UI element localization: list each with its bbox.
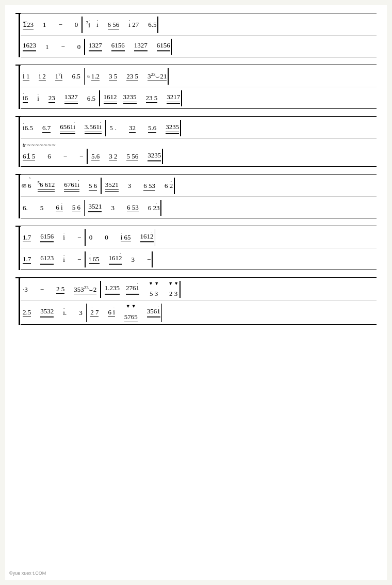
note-3235c: 3235 [148, 151, 161, 162]
note-6123: 6123 [40, 254, 54, 265]
right-barline-2 [171, 39, 172, 55]
note-0a: 0 [75, 21, 78, 29]
note-0b: 0 [77, 43, 81, 51]
watermark: ©yue xuex t.COM [9, 571, 46, 576]
note-1623: 1623 [23, 41, 36, 52]
staff-row-6-2: 2.5 3532 ·i. 3 ·2 7 6 ·i ▼ ▼ 5765 [21, 300, 377, 324]
note-0d: 0 [105, 233, 108, 242]
note-rest7: − [147, 256, 151, 264]
note-3dot561: 3.561·i [85, 123, 102, 134]
note-123: 1̅23 [23, 21, 34, 29]
section-6-body: ·3 − 2 5 35323⌣2 1.235 276·1 ▼ ▼5 3 ▼ ▼2… [21, 277, 377, 325]
note-ia1: ·i [63, 233, 65, 242]
note-rest1: − [59, 21, 62, 29]
note-6dot5a: 6.5 [148, 21, 156, 29]
note-1dot7: 7·i [86, 20, 90, 29]
note-5dot6a: 5.6 [148, 124, 156, 133]
right-barline-8 [160, 200, 161, 216]
barline-10 [85, 251, 86, 267]
barline-1 [81, 17, 83, 33]
section-1-body: 1̅23 1 − 0 7·i ·i 6 56 ·i 27 [21, 13, 377, 57]
note-rest4: − [79, 152, 83, 161]
note-5a: 5 [109, 124, 113, 132]
note-i27: ·i 27 [128, 21, 139, 29]
note-rest3: − [63, 152, 67, 161]
note-32a: 32 [129, 124, 136, 133]
right-barline-5 [180, 120, 181, 136]
note-2-3: ▼ ▼2 3 [168, 281, 178, 298]
section-6: ·3 − 2 5 35323⌣2 1.235 276·1 ▼ ▼5 3 ▼ ▼2… [15, 277, 377, 325]
bracket-3 [15, 116, 21, 167]
note-3c: 3 [132, 256, 135, 264]
note-i65b: ·i 65 [89, 255, 100, 264]
right-barline-6 [162, 149, 163, 164]
staff-row-3-1: ·i6.5 6.7 6561·i 3.561·i 5 . 32 5.6 3235 [21, 117, 377, 138]
note-6dot5b: 6.5 [72, 72, 80, 81]
staff-row-2-2: ·i6 ·i 23 1327 6.5 1612 3235 23 5 [21, 87, 377, 108]
staff-row-5-1: 1.7 6156 ·i − 0 0 ·i 65 161·2 [21, 226, 377, 248]
note-1327c: 1327 [64, 93, 78, 104]
note-1ti1: 17·i [55, 72, 63, 81]
note-3b: 3 [111, 204, 115, 212]
section-1: 1̅23 1 − 0 7·i ·i 6 56 ·i 27 [15, 13, 377, 57]
barline-6 [87, 149, 88, 164]
note-5-3: ▼ ▼5 3 [149, 281, 159, 298]
note-6-i2: 6 ·i [108, 308, 115, 317]
note-1a: 1 [43, 21, 46, 29]
note-6-2: 6 ·2 [165, 182, 173, 190]
note-6156a: 6156 [111, 41, 125, 52]
section-5: 1.7 6156 ·i − 0 0 ·i 65 161·2 [15, 226, 377, 270]
section-4: 65 6 56 612 6761·i 5 6 3521 3 [15, 174, 377, 218]
section-2: ·i 1 ·i 2 17·i 6.5 6 1.2 3 5 23 5 323⌣21 [15, 65, 377, 109]
note-25: 2 5 [56, 285, 64, 294]
note-6156b: 6156 [157, 41, 170, 52]
note-5b: 5 [40, 204, 44, 212]
note-56a: 5 6 [89, 182, 97, 191]
note-idot: ·i. [63, 309, 67, 317]
staff-row-4-2: 6. 5 6 ·i 5 6 3521 3 6 53 6 ·23 [21, 196, 377, 218]
note-ia: ·i [37, 94, 39, 103]
right-barline-10 [152, 251, 153, 267]
right-barline-9 [155, 229, 156, 246]
note-dot-a: . [115, 124, 117, 132]
note-5-56: 5 56 [126, 152, 138, 161]
note-ib: ·i [63, 256, 65, 264]
note-6561: 6561·i [60, 123, 75, 134]
note-1327a: 1327 [89, 41, 102, 52]
note-rest6: − [77, 256, 81, 264]
note-dot3: ·3 [23, 286, 28, 294]
bracket-1 [15, 13, 21, 57]
note-2761: 276·1 [126, 284, 139, 295]
score-page: 1̅23 1 − 0 7·i ·i 6 56 ·i 27 [5, 5, 387, 580]
note-6-23: 6 ·23 [148, 204, 160, 212]
staff-row-5-2: 1.7 6123 ·i − ·i 65 161·2 3 − [21, 248, 377, 270]
note-61-5: 61̇ 5 [23, 152, 35, 161]
note-i1: ·i [96, 21, 99, 29]
note-1327b: 1327 [134, 41, 148, 52]
note-3d: 3 [79, 309, 83, 317]
note-1dot7a: 1.7 [23, 233, 31, 242]
staff-row-6-1: ·3 − 2 5 35323⌣2 1.235 276·1 ▼ ▼5 3 ▼ ▼2… [21, 278, 377, 300]
staff-row-1-1: 1̅23 1 − 0 7·i ·i 6 56 ·i 27 [21, 13, 377, 35]
note-1612c: 161·2 [109, 254, 122, 265]
note-1dot7b: 1.7 [23, 255, 31, 264]
note-3cu21: 323⌣21 [148, 72, 167, 81]
note-16: ·i6 [23, 94, 28, 103]
note-653: 6 53 [143, 182, 155, 191]
note-6dot5c: 6.5 [87, 94, 95, 103]
note-3521b: 3521 [88, 202, 102, 213]
note-1dot2: 1.2 [91, 72, 100, 81]
note-2dot5: 2.5 [23, 308, 31, 317]
right-barline-11 [179, 281, 181, 298]
note-i6dot5: ·i6.5 [23, 124, 33, 132]
note-6a: 6 [47, 152, 51, 161]
note-23a: 23 [48, 94, 55, 103]
bracket-4 [15, 174, 21, 218]
note-653b: 6 53 [127, 203, 139, 212]
note-353cu2: 35323⌣2 [74, 285, 96, 294]
note-656: 6 56 [108, 21, 120, 29]
note-1612b: 161·2 [140, 232, 154, 243]
note-3235a: 3235 [123, 93, 137, 104]
staff-row-4-1: 65 6 56 612 6761·i 5 6 3521 3 [21, 175, 377, 196]
barline-12 [86, 304, 87, 322]
